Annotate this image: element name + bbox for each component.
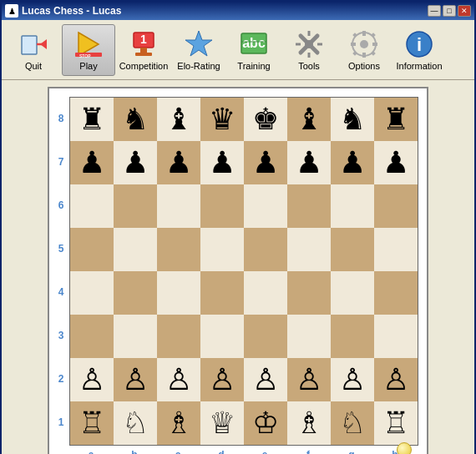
square-c2[interactable]: ♙ (157, 358, 200, 401)
square-g8[interactable]: ♞ (331, 98, 374, 141)
window-title: Lucas Chess - Lucas (22, 5, 121, 17)
square-a5[interactable] (70, 228, 114, 271)
square-a4[interactable] (70, 271, 114, 315)
square-f8[interactable]: ♝ (287, 98, 331, 141)
square-d8[interactable]: ♛ (200, 98, 244, 141)
square-c6[interactable] (157, 184, 200, 228)
square-e6[interactable] (244, 184, 287, 228)
square-a2[interactable]: ♙ (70, 358, 114, 401)
close-button[interactable]: ✕ (458, 5, 471, 17)
square-d3[interactable] (200, 315, 244, 358)
square-d4[interactable] (200, 271, 244, 315)
square-c8[interactable]: ♝ (157, 98, 200, 141)
square-a8[interactable]: ♜ (70, 98, 114, 141)
information-label: Information (396, 61, 442, 71)
square-g4[interactable] (331, 271, 374, 315)
col-label-b: b (113, 447, 156, 454)
square-e3[interactable] (244, 315, 287, 358)
square-a7[interactable]: ♟ (70, 141, 114, 184)
competition-button[interactable]: 1 Competition (117, 24, 170, 76)
board-container: 8 7 6 5 4 3 2 1 ♜♞♝♛♚♝♞♜♟♟♟♟♟♟♟♟♙♙♙♙♙♙♙♙… (48, 87, 428, 454)
svg-text:abc: abc (242, 36, 266, 50)
svg-rect-28 (371, 33, 376, 38)
main-content: 8 7 6 5 4 3 2 1 ♜♞♝♛♚♝♞♜♟♟♟♟♟♟♟♟♙♙♙♙♙♙♙♙… (2, 80, 474, 454)
square-g7[interactable]: ♟ (331, 141, 374, 184)
square-f2[interactable]: ♙ (287, 358, 331, 401)
square-g2[interactable]: ♙ (331, 358, 374, 401)
col-label-g: g (330, 447, 373, 454)
square-a1[interactable]: ♖ (70, 401, 114, 445)
square-c7[interactable]: ♟ (157, 141, 200, 184)
square-e1[interactable]: ♔ (244, 401, 287, 445)
col-labels: a b c d e f g h (69, 447, 418, 454)
square-f1[interactable]: ♗ (287, 401, 331, 445)
square-d6[interactable] (200, 184, 244, 228)
square-g3[interactable] (331, 315, 374, 358)
play-button[interactable]: STOP Play (62, 24, 115, 76)
tools-icon (294, 29, 324, 59)
row-label-3: 3 (54, 314, 68, 357)
square-b5[interactable] (114, 228, 157, 271)
square-h6[interactable] (374, 184, 418, 228)
square-f4[interactable] (287, 271, 331, 315)
square-h3[interactable] (374, 315, 418, 358)
board-wrapper: 8 7 6 5 4 3 2 1 ♜♞♝♛♚♝♞♜♟♟♟♟♟♟♟♟♙♙♙♙♙♙♙♙… (69, 97, 418, 454)
square-b3[interactable] (114, 315, 157, 358)
chess-board[interactable]: ♜♞♝♛♚♝♞♜♟♟♟♟♟♟♟♟♙♙♙♙♙♙♙♙♖♘♗♕♔♗♘♖ (69, 97, 418, 446)
square-f7[interactable]: ♟ (287, 141, 331, 184)
square-d2[interactable]: ♙ (200, 358, 244, 401)
svg-text:i: i (417, 34, 422, 55)
square-h7[interactable]: ♟ (374, 141, 418, 184)
minimize-button[interactable]: — (428, 5, 441, 17)
square-h1[interactable]: ♖ (374, 401, 418, 445)
square-h4[interactable] (374, 271, 418, 315)
square-g6[interactable] (331, 184, 374, 228)
square-f5[interactable] (287, 228, 331, 271)
square-c5[interactable] (157, 228, 200, 271)
square-b8[interactable]: ♞ (114, 98, 157, 141)
competition-label: Competition (119, 61, 169, 71)
row-label-8: 8 (54, 97, 68, 140)
svg-point-16 (305, 40, 313, 48)
square-e8[interactable]: ♚ (244, 98, 287, 141)
square-e7[interactable]: ♟ (244, 141, 287, 184)
square-c1[interactable]: ♗ (157, 401, 200, 445)
square-c4[interactable] (157, 271, 200, 315)
square-f6[interactable] (287, 184, 331, 228)
training-icon: abc (239, 29, 269, 59)
tools-label: Tools (298, 61, 320, 71)
svg-rect-24 (362, 53, 366, 58)
row-labels: 8 7 6 5 4 3 2 1 (54, 97, 68, 444)
quit-button[interactable]: Quit (7, 24, 60, 76)
square-b4[interactable] (114, 271, 157, 315)
square-c3[interactable] (157, 315, 200, 358)
square-h2[interactable]: ♙ (374, 358, 418, 401)
square-b1[interactable]: ♘ (114, 401, 157, 445)
elo-label: Elo-Rating (177, 61, 220, 71)
square-d7[interactable]: ♟ (200, 141, 244, 184)
tools-button[interactable]: Tools (282, 24, 336, 76)
elo-rating-button[interactable]: Elo-Rating (172, 24, 225, 76)
options-button[interactable]: Options (337, 24, 391, 76)
row-label-7: 7 (54, 140, 68, 184)
square-b2[interactable]: ♙ (114, 358, 157, 401)
maximize-button[interactable]: □ (443, 5, 456, 17)
square-e2[interactable]: ♙ (244, 358, 287, 401)
square-a6[interactable] (70, 184, 114, 228)
square-h5[interactable] (374, 228, 418, 271)
square-b7[interactable]: ♟ (114, 141, 157, 184)
square-f3[interactable] (287, 315, 331, 358)
information-button[interactable]: i Information (392, 24, 446, 76)
training-button[interactable]: abc Training (227, 24, 281, 76)
square-e4[interactable] (244, 271, 287, 315)
svg-point-22 (360, 40, 368, 48)
square-g5[interactable] (331, 228, 374, 271)
square-d5[interactable] (200, 228, 244, 271)
square-d1[interactable]: ♕ (200, 401, 244, 445)
square-b6[interactable] (114, 184, 157, 228)
square-a3[interactable] (70, 315, 114, 358)
square-e5[interactable] (244, 228, 287, 271)
square-g1[interactable]: ♘ (331, 401, 374, 445)
square-h8[interactable]: ♜ (374, 98, 418, 141)
svg-rect-27 (352, 33, 357, 38)
